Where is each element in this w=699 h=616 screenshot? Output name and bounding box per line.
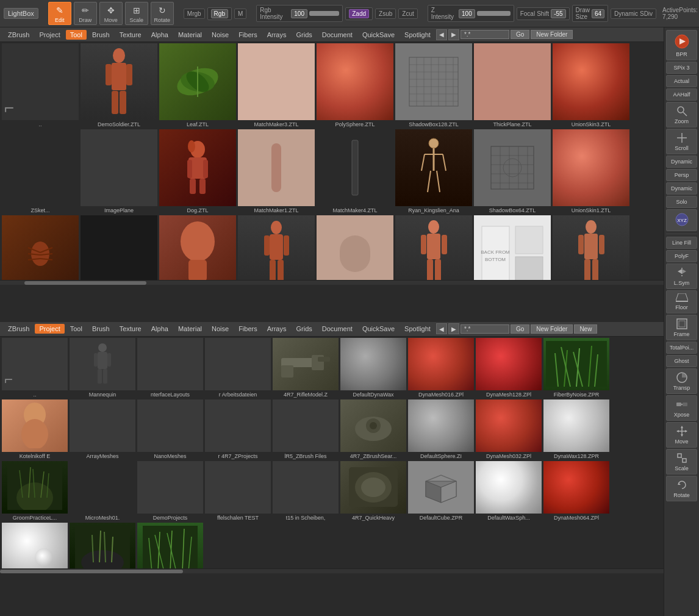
tool-menu-tool[interactable]: Tool (66, 30, 87, 40)
list-item[interactable]: DemoHead.ZTL (159, 215, 237, 280)
list-item[interactable]: ShadowBox128.ZTL (395, 43, 473, 129)
list-item[interactable]: lR5_ZBrush Files (272, 399, 339, 460)
actual-button[interactable]: Actual (666, 75, 697, 87)
xpose-button[interactable]: Xpose (666, 395, 697, 421)
floor-button[interactable]: Floor (666, 290, 697, 313)
proj-nav-prev[interactable]: ◀ (436, 323, 447, 334)
list-item[interactable]: DefaultCube.ZPR (407, 461, 475, 522)
rotate-tool-button[interactable]: ↻ Rotate (151, 2, 174, 25)
list-item[interactable]: nterfaceLayouts (137, 338, 204, 399)
move-tool-button[interactable]: ✥ Move (99, 2, 123, 25)
zadd-group[interactable]: Zadd (345, 7, 373, 20)
proj-menu-fibers[interactable]: Fibers (234, 324, 262, 334)
proj-new-button[interactable]: New (574, 324, 597, 334)
xyz-button[interactable]: XYZ (666, 209, 697, 231)
list-item[interactable]: Dog.ZTL (159, 129, 237, 215)
tool-new-folder-button[interactable]: New Folder (531, 30, 573, 39)
tool-search-input[interactable] (461, 30, 509, 39)
list-item[interactable]: DynaMesh128.ZPl (475, 338, 542, 399)
list-item[interactable]: DemoProjects (137, 461, 204, 522)
list-item[interactable]: MatchMaker2.ZTL (316, 215, 394, 280)
tool-menu-quicksave[interactable]: QuickSave (358, 30, 399, 40)
dynamic2-button[interactable]: Dynamic (666, 182, 697, 195)
list-item[interactable]: DynaWax64.ZPR (1, 523, 68, 568)
list-item[interactable]: PolySphere.ZTL (316, 43, 394, 129)
list-item[interactable]: DynaMesh016.ZPl (407, 338, 475, 399)
proj-menu-quicksave[interactable]: QuickSave (358, 324, 399, 334)
move-button[interactable]: Move (666, 422, 697, 448)
dynamic-button[interactable]: Dynamic (666, 156, 697, 168)
list-item[interactable]: DynaWax128.ZPR (543, 399, 610, 460)
list-item[interactable]: t15 in Scheiben, (272, 461, 339, 522)
ghost-button[interactable]: Ghost (666, 355, 697, 367)
list-item[interactable]: ⌐ .. (1, 43, 79, 129)
tool-menu-fibers[interactable]: Fibers (234, 30, 262, 40)
list-item[interactable]: 4R7_ZBrushSear... (340, 399, 407, 460)
list-item[interactable]: Julie.ZTL (237, 215, 315, 280)
list-item[interactable]: DynaMesh064.ZPl (543, 461, 610, 522)
list-item[interactable]: ffelschalen TEST (204, 461, 271, 522)
list-item[interactable]: ArrayMeshes (69, 399, 136, 460)
scale-tool-button[interactable]: ⊞ Scale (125, 2, 148, 25)
tool-menu-brush[interactable]: Brush (88, 30, 114, 40)
lsym-button[interactable]: L.Sym (666, 263, 697, 289)
proj-menu-project[interactable]: Project (35, 324, 64, 334)
proj-menu-noise[interactable]: Noise (207, 324, 233, 334)
list-item[interactable]: Kotelnikoff E (1, 399, 68, 460)
z-intensity-slider[interactable] (477, 11, 511, 16)
list-item[interactable]: DemoSoldier.ZTL (80, 43, 158, 129)
rgb-intensity-slider[interactable] (309, 11, 339, 16)
list-item[interactable]: ShadowBox64.ZTL (473, 129, 551, 215)
tool-menu-document[interactable]: Document (318, 30, 357, 40)
list-item[interactable]: Mannequin (69, 338, 136, 399)
list-item[interactable]: DefaultWaxSph... (475, 461, 542, 522)
proj-menu-grids[interactable]: Grids (292, 324, 316, 334)
tool-menu-material[interactable]: Material (174, 30, 206, 40)
tool-nav-next[interactable]: ▶ (448, 29, 459, 40)
scale-button[interactable]: Scale (666, 449, 697, 475)
scroll-button[interactable]: Scroll (666, 129, 697, 154)
tool-go-button[interactable]: Go (511, 30, 529, 39)
list-item[interactable]: Ryan_Kingslien_Ana (395, 129, 473, 215)
list-item[interactable]: DefaultDynaWax (340, 338, 407, 399)
proj-menu-zbrush[interactable]: ZBrush (4, 324, 34, 334)
tool-menu-texture[interactable]: Texture (115, 30, 146, 40)
rotate-button[interactable]: Rotate (666, 476, 697, 501)
list-item[interactable]: Leaf.ZTL (159, 43, 237, 129)
polyf-button[interactable]: PolyF (666, 250, 697, 262)
frame-button[interactable]: Frame (666, 315, 697, 340)
list-item[interactable]: MultiFibers.Z (137, 523, 204, 568)
list-item[interactable]: UnionSkin1.ZTL (552, 129, 630, 215)
list-item[interactable]: r Arbeitsdateien (204, 338, 271, 399)
list-item[interactable]: SuperAverageMan_l (552, 215, 630, 280)
zoom-button[interactable]: Zoom (666, 102, 697, 127)
proj-menu-document[interactable]: Document (318, 324, 357, 334)
proj-menu-material[interactable]: Material (174, 324, 206, 334)
persp-button[interactable]: Persp (666, 169, 697, 181)
draw-tool-button[interactable]: ✏ Draw (74, 2, 97, 25)
list-item[interactable]: NanoMeshes (137, 399, 204, 460)
tool-menu-grids[interactable]: Grids (292, 30, 316, 40)
project-scrollbar[interactable] (0, 568, 664, 573)
list-item[interactable]: BACK FROM BOTTOM SBRef.PSD (473, 215, 551, 280)
list-item[interactable]: 4R7_RifleModel.Z (272, 338, 339, 399)
tool-menu-project[interactable]: Project (35, 30, 64, 40)
list-item[interactable]: ThickPlane.ZTL (473, 43, 551, 129)
list-item[interactable]: MatchMaker3.ZTL (237, 43, 315, 129)
list-item[interactable]: MicroMesh01. (69, 461, 136, 522)
proj-nav-next[interactable]: ▶ (448, 323, 459, 334)
list-item[interactable]: ZSket... (1, 129, 79, 215)
list-item[interactable]: DynaMesh032.ZPl (475, 399, 542, 460)
tool-menu-noise[interactable]: Noise (207, 30, 233, 40)
proj-go-button[interactable]: Go (511, 324, 529, 334)
proj-menu-spotlight[interactable]: Spotlight (400, 324, 435, 334)
zcut-group[interactable]: Zcut (398, 9, 417, 19)
solo-button[interactable]: Solo (666, 196, 697, 208)
proj-menu-alpha[interactable]: Alpha (147, 324, 173, 334)
list-item[interactable]: MatchMaker1.ZTL (237, 129, 315, 215)
edit-tool-button[interactable]: ✎ Edit (48, 2, 71, 25)
list-item[interactable]: GroomPracticeL... (1, 461, 68, 522)
list-item[interactable]: MatchMaker4.ZTL (316, 129, 394, 215)
list-item[interactable]: FiberByNoise.ZPR (543, 338, 610, 399)
list-item[interactable]: ImagePlane (80, 129, 158, 215)
